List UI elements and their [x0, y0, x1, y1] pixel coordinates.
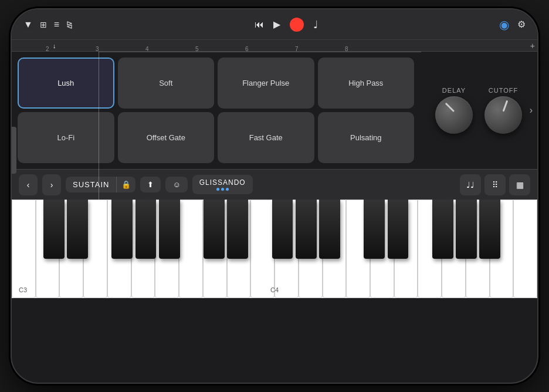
preset-flanger-pulse[interactable]: Flanger Pulse: [218, 58, 314, 109]
octave-up-button[interactable]: ›: [42, 174, 61, 195]
black-key-13[interactable]: [432, 200, 453, 259]
white-key-11[interactable]: [250, 200, 274, 298]
top-bar-right: ◉ ⚙: [499, 18, 526, 32]
settings-icon[interactable]: ⚙: [517, 19, 526, 30]
track-view-icon[interactable]: ⊞: [40, 20, 47, 29]
mixer-icon[interactable]: ≡: [54, 19, 59, 30]
left-edge-handle[interactable]: [12, 127, 16, 174]
black-key-3[interactable]: [111, 200, 133, 259]
play-icon[interactable]: ▶: [273, 19, 280, 30]
white-key-1[interactable]: [12, 200, 36, 298]
preset-lo-fi[interactable]: Lo-Fi: [18, 112, 114, 163]
glissando-label: GLISSANDO: [199, 178, 246, 187]
preset-pulsating[interactable]: Pulsating: [318, 112, 415, 163]
glissando-dot-3: [226, 188, 229, 191]
black-key-5[interactable]: [159, 200, 180, 259]
note-view-button[interactable]: ♩♩: [460, 174, 481, 195]
eq-icon[interactable]: ⧎: [66, 20, 73, 29]
arp-icon: ⬆: [147, 180, 154, 189]
tick-7: 7: [295, 46, 299, 52]
black-key-10[interactable]: [319, 200, 340, 259]
knobs-row: DELAY CUTOFF: [435, 87, 522, 134]
top-bar-left: ▼ ⊞ ≡ ⧎: [23, 19, 73, 30]
record-button[interactable]: [290, 18, 304, 32]
preset-lush[interactable]: Lush: [18, 58, 114, 109]
add-track-button[interactable]: +: [530, 41, 535, 50]
right-controls: ♩♩ ⠿ ▦: [460, 174, 530, 195]
knobs-section: DELAY CUTOFF ›: [420, 52, 537, 169]
white-key-8[interactable]: [179, 200, 203, 298]
black-key-8[interactable]: [272, 200, 293, 259]
glissando-dots: [216, 188, 229, 191]
preset-soft[interactable]: Soft: [118, 58, 215, 109]
black-key-7[interactable]: [227, 200, 248, 259]
smart-controls-icon[interactable]: ◉: [499, 18, 509, 32]
black-key-11[interactable]: [364, 200, 385, 259]
tick-6: 6: [245, 46, 249, 52]
c3-label: C3: [19, 286, 27, 293]
black-key-14[interactable]: [456, 200, 477, 259]
piano-view-button[interactable]: ▦: [509, 174, 530, 195]
sustain-group: SUSTAIN 🔒: [66, 177, 135, 192]
black-key-2[interactable]: [67, 200, 88, 259]
black-key-1[interactable]: [43, 200, 65, 259]
tick-5: 5: [195, 46, 199, 52]
black-key-6[interactable]: [204, 200, 225, 259]
top-bar-center: ⏮ ▶ ♩: [255, 18, 318, 32]
delay-knob-container: DELAY: [435, 87, 473, 134]
octave-down-button[interactable]: ‹: [19, 174, 38, 195]
black-key-15[interactable]: [479, 200, 500, 259]
rewind-icon[interactable]: ⏮: [255, 19, 264, 30]
metronome-icon[interactable]: ♩: [313, 18, 318, 31]
tick-8: 8: [345, 46, 348, 52]
lock-button[interactable]: 🔒: [116, 177, 135, 192]
cutoff-knob-container: CUTOFF: [484, 87, 522, 134]
playhead-cursor: ↓: [53, 42, 56, 49]
black-key-4[interactable]: [135, 200, 157, 259]
tick-4: 4: [145, 46, 149, 52]
cutoff-label: CUTOFF: [489, 87, 518, 94]
main-content: Lush Soft Flanger Pulse High Pass Lo-Fi …: [12, 52, 537, 169]
glissando-dot-1: [216, 188, 219, 191]
timeline-ruler: 2 3 4 5 6 7 8 ↓ +: [12, 40, 537, 52]
top-bar: ▼ ⊞ ≡ ⧎ ⏮ ▶ ♩ ◉ ⚙: [12, 9, 537, 40]
phone-frame: ▼ ⊞ ≡ ⧎ ⏮ ▶ ♩ ◉ ⚙ 2 3 4 5 6 7 8 ↓ +: [11, 8, 538, 384]
piano-wrapper: C3 C4: [12, 200, 537, 298]
arpeggiator-button[interactable]: ⬆: [140, 177, 161, 192]
emoji-icon: ☺: [172, 180, 180, 189]
c4-label: C4: [270, 286, 279, 293]
chord-view-button[interactable]: ⠿: [484, 174, 506, 195]
cutoff-knob[interactable]: [484, 96, 522, 134]
dropdown-icon[interactable]: ▼: [23, 19, 33, 30]
preset-grid: Lush Soft Flanger Pulse High Pass Lo-Fi …: [12, 52, 420, 169]
black-key-12[interactable]: [388, 200, 409, 259]
black-key-9[interactable]: [296, 200, 317, 259]
tick-3: 3: [96, 46, 99, 52]
preset-offset-gate[interactable]: Offset Gate: [118, 112, 215, 163]
preset-high-pass[interactable]: High Pass: [318, 58, 415, 109]
piano-keyboard-section: C3 C4: [12, 200, 537, 298]
tick-2: 2: [46, 46, 49, 52]
glissando-button[interactable]: GLISSANDO: [192, 175, 253, 194]
delay-label: DELAY: [442, 87, 466, 94]
delay-knob[interactable]: [435, 96, 473, 134]
knobs-next-arrow[interactable]: ›: [530, 105, 533, 116]
glissando-dot-2: [221, 188, 224, 191]
sustain-button[interactable]: SUSTAIN: [66, 177, 116, 192]
controls-bar: ‹ › SUSTAIN 🔒 ⬆ ☺ GLISSANDO ♩♩ ⠿ ▦: [12, 169, 537, 200]
emoji-button[interactable]: ☺: [165, 177, 187, 192]
white-key-22[interactable]: [513, 200, 537, 298]
preset-fast-gate[interactable]: Fast Gate: [218, 112, 314, 163]
